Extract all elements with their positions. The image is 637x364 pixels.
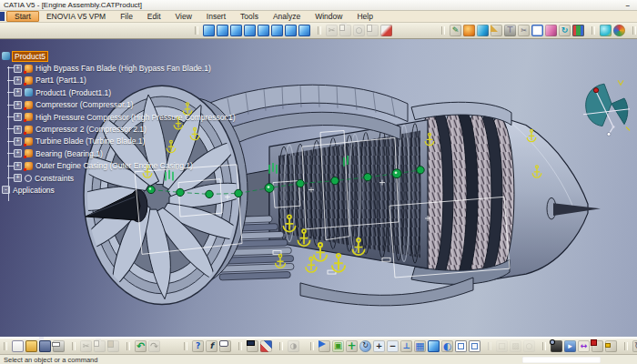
wire-dim-icon[interactable] bbox=[496, 340, 508, 352]
tree-expander[interactable]: + bbox=[14, 113, 22, 121]
tree-expander[interactable]: + bbox=[14, 88, 22, 96]
globe-cyan-icon[interactable] bbox=[600, 25, 612, 36]
menu-edit[interactable]: Edit bbox=[140, 11, 168, 22]
tree-expander[interactable]: + bbox=[14, 174, 22, 182]
wave-blue-icon[interactable] bbox=[477, 25, 489, 36]
lock-yellow-icon[interactable] bbox=[605, 340, 617, 352]
tree-item-label[interactable]: Constraints bbox=[35, 174, 74, 183]
mag-dim-icon[interactable] bbox=[523, 340, 535, 352]
formula-icon[interactable] bbox=[206, 340, 217, 352]
media-blue-icon[interactable] bbox=[564, 340, 576, 352]
measure-ruler-icon[interactable] bbox=[578, 340, 590, 352]
view-frame-icon[interactable] bbox=[455, 340, 467, 352]
rotate-sphere-icon[interactable] bbox=[359, 340, 371, 352]
paste-dim-icon[interactable] bbox=[107, 340, 119, 352]
tree-item-high-bypass-fan-blade[interactable]: +High Bypass Fan Blade (High Bypass Fan … bbox=[14, 62, 236, 74]
tree-expander[interactable]: - bbox=[2, 186, 10, 194]
menu-analyze[interactable]: Analyze bbox=[266, 11, 308, 22]
fly-blue-icon[interactable] bbox=[318, 340, 330, 352]
camera-dark-icon[interactable] bbox=[551, 340, 562, 352]
menu-tools[interactable]: Tools bbox=[233, 11, 266, 22]
print-icon[interactable] bbox=[53, 340, 65, 352]
tree-item-turbine-blade[interactable]: +Turbine Blade (Turbine Blade.1) bbox=[14, 136, 236, 147]
copy-dim-icon[interactable] bbox=[339, 25, 351, 36]
globe-orange-icon[interactable] bbox=[463, 25, 475, 36]
hide-dim-icon[interactable] bbox=[510, 340, 521, 352]
tree-item-label[interactable]: Turbine Blade (Turbine Blade.1) bbox=[35, 136, 145, 146]
ruler-triangle-icon[interactable] bbox=[490, 25, 502, 36]
link-pink-icon[interactable] bbox=[545, 25, 557, 36]
shade-sphere-icon[interactable] bbox=[441, 340, 453, 352]
menu-insert[interactable]: Insert bbox=[199, 11, 233, 22]
tree-item-outer-engine-casing[interactable]: +Outer Engine Casing (Outer Engine Casin… bbox=[14, 160, 236, 172]
tree-item-constraints[interactable]: +Constraints bbox=[14, 172, 236, 184]
tree-item-applications[interactable]: -Applications bbox=[2, 184, 236, 196]
tree-item-compressor[interactable]: +Compressor (Compressor.1) bbox=[14, 99, 236, 111]
tree-item-product1[interactable]: +Product1 (Product1.1) bbox=[14, 86, 236, 98]
tree-item-label[interactable]: Compressor (Compressor.1) bbox=[35, 100, 133, 109]
page-dim-icon[interactable] bbox=[367, 25, 379, 36]
tree-item-label[interactable]: Product5 bbox=[13, 52, 47, 61]
cube-named-icon[interactable] bbox=[298, 25, 310, 36]
tree-item-label[interactable]: High Pressure Compressor (High Pressure … bbox=[35, 113, 236, 122]
monitor-dark-icon[interactable] bbox=[247, 340, 258, 352]
tree-item-label[interactable]: Part1 (Part1.1) bbox=[35, 76, 86, 85]
cube-iso-icon[interactable] bbox=[285, 25, 297, 36]
tree-item-label[interactable]: Compressor 2 (Compressor 2.1) bbox=[35, 125, 147, 134]
tree-item-label[interactable]: High Bypass Fan Blade (High Bypass Fan B… bbox=[35, 64, 211, 73]
save-icon[interactable] bbox=[39, 340, 51, 352]
menu-view[interactable]: View bbox=[168, 11, 199, 22]
status-input-field[interactable] bbox=[522, 357, 601, 363]
pan-cross-icon[interactable] bbox=[346, 340, 358, 352]
speaker-red-icon[interactable] bbox=[592, 340, 603, 352]
cube-front-icon[interactable] bbox=[203, 25, 215, 36]
menu-start[interactable]: Start bbox=[6, 11, 39, 22]
tree-expander[interactable]: + bbox=[14, 126, 22, 134]
tree-item-part1[interactable]: +Part1 (Part1.1) bbox=[14, 75, 236, 86]
minimize-button[interactable]: – bbox=[622, 1, 633, 9]
menu-enovia-v5-vpm[interactable]: ENOVIA V5 VPM bbox=[39, 11, 113, 22]
menu-window[interactable]: Window bbox=[308, 11, 349, 22]
view-compass[interactable] bbox=[583, 80, 630, 136]
tree-expander[interactable]: + bbox=[14, 149, 22, 157]
copy-dim-icon[interactable] bbox=[94, 340, 106, 352]
paperclip-gray-icon[interactable] bbox=[518, 25, 530, 36]
zoom-in-icon[interactable] bbox=[373, 340, 385, 352]
normal-to-icon[interactable] bbox=[400, 340, 412, 352]
tree-expander[interactable]: + bbox=[14, 137, 22, 146]
tree-item-compressor-2[interactable]: +Compressor 2 (Compressor 2.1) bbox=[14, 123, 236, 135]
undo-icon[interactable] bbox=[135, 340, 147, 352]
refresh-gray-icon[interactable] bbox=[632, 340, 637, 352]
multi-view-icon[interactable] bbox=[414, 340, 426, 352]
gear-colored-icon[interactable] bbox=[613, 25, 625, 36]
tree-item-label[interactable]: Applications bbox=[13, 186, 55, 195]
tree-expander[interactable]: + bbox=[14, 76, 22, 85]
cube-back-icon[interactable] bbox=[217, 25, 228, 36]
help-icon[interactable] bbox=[192, 340, 204, 352]
menu-file[interactable]: File bbox=[113, 11, 140, 22]
pen-green-icon[interactable] bbox=[450, 25, 461, 36]
cube-bottom-icon[interactable] bbox=[271, 25, 283, 36]
view-frame-b-icon[interactable] bbox=[469, 340, 480, 352]
connect-colored-icon[interactable] bbox=[260, 340, 272, 352]
cube-left-icon[interactable] bbox=[230, 25, 242, 36]
chat-icon[interactable] bbox=[219, 340, 231, 352]
tree-expander[interactable]: + bbox=[14, 101, 22, 109]
iso-cube-icon[interactable] bbox=[428, 340, 440, 352]
tree-expander[interactable]: + bbox=[14, 162, 22, 170]
refresh-cyan-icon[interactable] bbox=[559, 25, 571, 36]
grid-colored-icon[interactable] bbox=[572, 25, 584, 36]
cube-top-icon[interactable] bbox=[258, 25, 269, 36]
redo-dim-icon[interactable] bbox=[148, 340, 160, 352]
fit-all-icon[interactable] bbox=[332, 340, 344, 352]
open-folder-icon[interactable] bbox=[25, 340, 37, 352]
zoom-dim-icon[interactable] bbox=[353, 25, 365, 36]
note-board-icon[interactable] bbox=[531, 25, 543, 36]
profile-red-icon[interactable] bbox=[380, 25, 392, 36]
cut-dim-icon[interactable] bbox=[80, 340, 92, 352]
tree-item-high-pressure-compressor[interactable]: +High Pressure Compressor (High Pressure… bbox=[14, 111, 236, 123]
cut-dim-icon[interactable] bbox=[326, 25, 338, 36]
tree-expander[interactable]: + bbox=[14, 65, 22, 73]
3d-viewport[interactable]: Product5+High Bypass Fan Blade (High Byp… bbox=[0, 39, 637, 337]
tree-item-product5[interactable]: Product5 bbox=[2, 50, 236, 62]
